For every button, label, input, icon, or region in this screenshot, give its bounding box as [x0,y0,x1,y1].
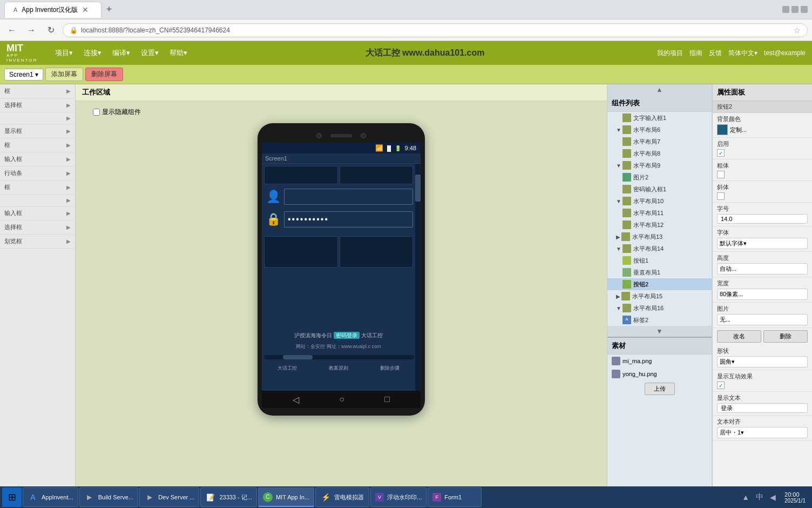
left-item-action[interactable]: 行动条 ▶ [0,166,75,181]
height-dropdown[interactable]: 自动... [717,263,808,275]
toggle-icon[interactable]: ▶ [616,234,620,240]
phone-btn-dark-1[interactable] [264,166,338,184]
text-align-dropdown[interactable]: 居中・1▾ [717,427,808,438]
comp-item-image2[interactable]: 图片2 [607,171,712,183]
toggle-icon[interactable]: ▼ [616,246,621,252]
left-item-3[interactable]: ▶ [0,112,75,124]
browser-tab[interactable]: A App Inventor汉化版 ✕ [4,2,102,18]
taskbar-item-watermark[interactable]: V 浮动水印印... [370,487,427,507]
comp-item-hori9[interactable]: ▼ 水平布局9 [607,159,712,171]
left-item-4[interactable]: 框 ▶ [0,138,75,152]
comp-item-hori13[interactable]: ▶ 水平布局13 [607,231,712,243]
italic-checkbox[interactable] [717,192,725,200]
back-button[interactable]: ← [4,23,19,38]
menu-compile[interactable]: 编译▾ [107,46,136,60]
window-close-button[interactable] [801,6,808,13]
language-dropdown[interactable]: 简体中文▾ [728,49,757,58]
toggle-icon[interactable]: ▼ [616,127,621,133]
width-dropdown[interactable]: 80像素... [717,289,808,300]
show-text-input[interactable] [717,403,808,413]
shape-dropdown[interactable]: 圆角▾ [717,356,808,367]
tab-1[interactable]: 大话工控 [278,365,297,372]
refresh-button[interactable]: ↻ [43,23,58,38]
phone-hscrollbar[interactable] [264,355,414,359]
tab-2[interactable]: 教案原则 [329,365,348,372]
comp-item-hori16[interactable]: ▼ 水平布局16 [607,302,712,314]
phone-mid-btn-1[interactable] [264,236,338,268]
remove-screen-button[interactable]: 删除屏幕 [85,68,123,81]
enabled-checkbox[interactable] [717,149,725,157]
taskbar-item-form1[interactable]: F Form1 [428,487,482,507]
color-swatch[interactable] [717,124,728,135]
menu-settings[interactable]: 设置▾ [136,46,164,60]
star-icon[interactable]: ☆ [794,26,801,35]
phone-btn-dark-2[interactable] [340,166,414,184]
rename-button[interactable]: 改名 [717,330,761,343]
left-item-5[interactable]: 框 ▶ [0,181,75,195]
taskbar-item-mitapp[interactable]: C MIT App In... [258,487,314,507]
left-item-display1[interactable]: 显示框 ▶ [0,124,75,138]
toggle-icon[interactable]: ▼ [616,305,621,311]
left-item-select2[interactable]: 选择框 ▶ [0,220,75,235]
add-screen-button[interactable]: 添加屏幕 [45,68,83,81]
taskbar-item-appinvent[interactable]: A AppInvent... [23,487,78,507]
left-item-browser[interactable]: 划览框 ▶ [0,235,75,249]
user-account[interactable]: test@example [764,49,806,57]
comp-item-label2[interactable]: A 标签2 [607,314,712,326]
comp-item-pass-input1[interactable]: 密码输入框1 [607,183,712,195]
address-bar[interactable]: 🔒 localhost:8888/?locale=zh_CN#552394641… [63,23,808,37]
material-item-yonghu[interactable]: yong_hu.png [607,367,712,380]
password-input-field[interactable]: •••••••••• [284,211,413,228]
new-tab-button[interactable]: + [102,2,117,17]
guide-link[interactable]: 指南 [689,49,702,58]
taskbar-item-buildserver[interactable]: ▶ Build Serve... [79,487,138,507]
left-item-input1[interactable]: 输入框 ▶ [0,152,75,166]
material-item-mima[interactable]: mi_ma.png [607,355,712,367]
menu-help[interactable]: 帮助▾ [164,46,193,60]
maximize-button[interactable] [791,6,799,13]
left-item-select1[interactable]: 选择框 ▶ [0,98,75,112]
taskbar-sys-icon-1[interactable]: ▲ [740,493,752,502]
comp-item-hori15[interactable]: ▶ 水平布局15 [607,290,712,302]
comp-item-hori8[interactable]: 水平布局8 [607,148,712,159]
taskbar-sys-icon-3[interactable]: ◀ [768,493,778,502]
taskbar-item-leidian[interactable]: ⚡ 雷电模拟器 [315,487,369,507]
comp-item-btn1[interactable]: 按钮1 [607,255,712,266]
comp-item-hori14[interactable]: ▼ 水平布局14 [607,243,712,255]
comp-item-wenzi-input1[interactable]: 文字输入框1 [607,112,712,124]
taskbar-item-notepad[interactable]: 📝 23333 - 记... [200,487,257,507]
taskbar-sys-icon-2[interactable]: 中 [754,492,766,502]
show-anim-checkbox[interactable] [717,382,725,389]
font-size-input[interactable] [717,214,808,224]
tab-close-button[interactable]: ✕ [82,5,89,14]
screen-dropdown[interactable]: Screen1 ▾ [4,69,43,81]
left-item-frame1[interactable]: 框 ▶ [0,84,75,98]
start-button[interactable]: ⊞ [2,487,22,507]
upload-button[interactable]: 上传 [645,383,675,395]
delete-button[interactable]: 删除 [763,330,808,343]
bg-color-text[interactable]: 定制... [730,126,747,134]
phone-scrollbar-thumb[interactable] [415,175,421,202]
phone-scrollbar-vertical[interactable] [415,164,421,391]
comp-item-hori10[interactable]: ▼ 水平布局10 [607,195,712,207]
comp-list-scroll-up[interactable]: ▲ [607,84,712,95]
taskbar-clock[interactable]: 20:00 2025/1/1 [780,491,810,504]
comp-item-hori12[interactable]: 水平布局12 [607,219,712,231]
username-input-field[interactable] [284,189,413,205]
toggle-icon[interactable]: ▼ [616,163,621,169]
left-item-input2[interactable]: 输入框 ▶ [0,206,75,220]
minimize-button[interactable] [782,6,789,13]
comp-list-scroll-down[interactable]: ▼ [607,326,712,337]
taskbar-item-devserver[interactable]: ▶ Dev Server ... [139,487,199,507]
tab-3[interactable]: 删除步骤 [380,365,400,372]
bold-checkbox[interactable] [717,171,725,178]
comp-item-hori11[interactable]: 水平布局11 [607,207,712,219]
forward-button[interactable]: → [24,23,39,38]
toggle-icon[interactable]: ▶ [616,293,620,299]
my-projects-link[interactable]: 我的项目 [657,49,683,58]
comp-item-hori6[interactable]: ▼ 水平布局6 [607,124,712,136]
phone-hscrollbar-thumb[interactable] [283,355,313,359]
menu-project[interactable]: 项目▾ [50,46,78,60]
back-nav-icon[interactable]: ◁ [293,395,299,405]
image-dropdown[interactable]: 无... [717,314,808,325]
